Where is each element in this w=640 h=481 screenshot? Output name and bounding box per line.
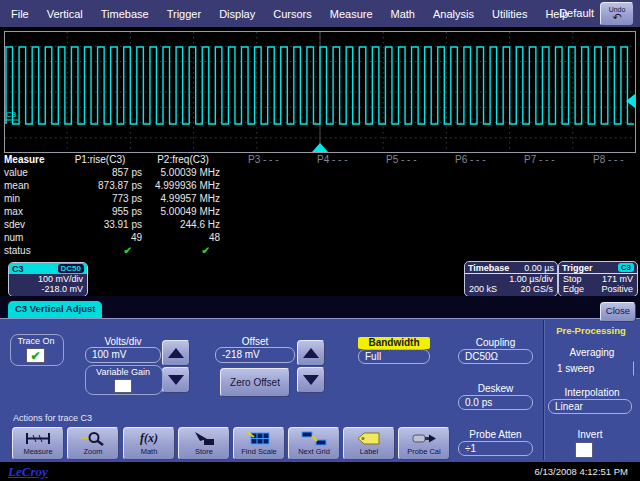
- measure-table-title: Measure: [4, 154, 56, 167]
- waveform-plot: C3: [4, 31, 636, 153]
- measure-col-header-p2[interactable]: P2:freq(C3): [144, 154, 222, 167]
- probe-cal-button[interactable]: Probe Cal: [398, 427, 450, 460]
- measure-row-label-max: max: [4, 206, 56, 219]
- measure-sdev-p5: [360, 219, 429, 232]
- undo-button[interactable]: Undo ↶: [600, 2, 634, 26]
- measure-col-header-p1[interactable]: P1:rise(C3): [56, 154, 144, 167]
- volts-div-increase-button[interactable]: [162, 340, 190, 366]
- menu-item-trigger[interactable]: Trigger: [158, 8, 210, 20]
- measure-col-header-p3[interactable]: P3 - - -: [222, 154, 291, 167]
- next-grid-button[interactable]: Next Grid: [288, 427, 340, 460]
- volts-div-field[interactable]: 100 mV: [85, 347, 161, 363]
- check-icon: ✔: [30, 350, 40, 362]
- trigger-source-badge: C3: [618, 263, 634, 272]
- measure-max-p1: 955 ps: [56, 206, 144, 219]
- measure-value-p3: [222, 167, 291, 180]
- measure-col-header-p4[interactable]: P4 - - -: [291, 154, 360, 167]
- label-button[interactable]: Label: [343, 427, 395, 460]
- trigger-type: Edge: [563, 284, 584, 294]
- interpolation-field[interactable]: Linear: [548, 399, 632, 414]
- preprocessing-title: Pre-Processing: [548, 325, 634, 336]
- measure-min-p7: [498, 193, 567, 206]
- coupling-field[interactable]: DC50Ω: [458, 349, 533, 364]
- find-scale-icon: [246, 431, 272, 446]
- offset-increase-button[interactable]: [297, 340, 325, 366]
- measure-mean-p3: [222, 180, 291, 193]
- measure-min-p4: [291, 193, 360, 206]
- measure-min-p2: 4.99957 MHz: [144, 193, 222, 206]
- menu-item-utilities[interactable]: Utilities: [483, 8, 536, 20]
- measure-row-label-min: min: [4, 193, 56, 206]
- measure-max-p6: [429, 206, 498, 219]
- timebase-title: Timebase: [468, 263, 509, 273]
- menu-item-cursors[interactable]: Cursors: [264, 8, 321, 20]
- interpolation-label: Interpolation: [548, 387, 636, 398]
- timebase-rate: 20 GS/s: [520, 284, 553, 294]
- measure-min-p1: 773 ps: [56, 193, 144, 206]
- measure-mean-p5: [360, 180, 429, 193]
- deskew-label: Deskew: [458, 383, 533, 394]
- measure-col-header-p8[interactable]: P8 - - -: [567, 154, 636, 167]
- store-button[interactable]: Store: [178, 427, 230, 460]
- measure-mean-p7: [498, 180, 567, 193]
- channel-c3-coupling-badge: DC50: [58, 264, 84, 273]
- offset-decrease-button[interactable]: [297, 367, 325, 393]
- menu-item-vertical[interactable]: Vertical: [38, 8, 92, 20]
- tab-c3-vertical-adjust[interactable]: C3 Vertical Adjust: [8, 301, 102, 318]
- measure-row-label-mean: mean: [4, 180, 56, 193]
- measure-min-p8: [567, 193, 636, 206]
- toolbar-button-label: Next Grid: [298, 447, 330, 456]
- find-scale-button[interactable]: Find Scale: [233, 427, 285, 460]
- menu-bar: FileVerticalTimebaseTriggerDisplayCursor…: [0, 0, 640, 27]
- invert-checkbox[interactable]: [575, 442, 593, 458]
- timebase-samples: 200 kS: [469, 284, 497, 294]
- deskew-field[interactable]: 0.0 ps: [458, 395, 533, 410]
- channel-c3-header: C3 DC50: [9, 263, 87, 274]
- measure-col-header-p7[interactable]: P7 - - -: [498, 154, 567, 167]
- measure-num-p3: [222, 232, 291, 245]
- store-icon: [191, 431, 217, 446]
- variable-gain-label: Variable Gain: [85, 367, 161, 377]
- bandwidth-field[interactable]: Full: [358, 349, 430, 364]
- waveform-area[interactable]: C3: [4, 31, 636, 153]
- measure-status-p4: [291, 245, 360, 258]
- measure-status-p6: [429, 245, 498, 258]
- zoom-button[interactable]: Zoom: [67, 427, 119, 460]
- measure-num-p8: [567, 232, 636, 245]
- volts-div-decrease-button[interactable]: [162, 367, 190, 393]
- measure-status-p2: ✔: [144, 245, 222, 258]
- math-icon: f(x): [140, 431, 158, 446]
- timebase-descriptor[interactable]: Timebase 0.00 µs 1.00 µs/div 200 kS 20 G…: [464, 261, 558, 297]
- toolbar-button-label: Zoom: [83, 447, 102, 456]
- trace-on-checkbox[interactable]: ✔: [26, 348, 45, 363]
- averaging-field[interactable]: 1 sweep: [550, 361, 634, 376]
- zero-offset-button[interactable]: Zero Offset: [220, 368, 290, 397]
- footer: LeCroy 6/13/2008 4:12:51 PM: [0, 462, 640, 481]
- measure-col-header-p6[interactable]: P6 - - -: [429, 154, 498, 167]
- probe-atten-field[interactable]: ÷1: [458, 441, 533, 456]
- trigger-level: 171 mV: [602, 274, 633, 284]
- undo-icon: ↶: [612, 12, 621, 23]
- menu-item-timebase[interactable]: Timebase: [92, 8, 158, 20]
- menu-item-measure[interactable]: Measure: [321, 8, 382, 20]
- close-button[interactable]: Close: [600, 302, 636, 322]
- menu-item-display[interactable]: Display: [210, 8, 264, 20]
- menu-item-analysis[interactable]: Analysis: [424, 8, 483, 20]
- measure-button[interactable]: Measure: [12, 427, 64, 460]
- offset-field[interactable]: -218 mV: [215, 347, 295, 363]
- default-setup-button[interactable]: Default: [559, 7, 594, 19]
- measure-value-p2: 5.00039 MHz: [144, 167, 222, 180]
- datetime-stamp: 6/13/2008 4:12:51 PM: [535, 466, 629, 477]
- menu-item-file[interactable]: File: [2, 8, 38, 20]
- math-button[interactable]: f(x)Math: [123, 427, 175, 460]
- menu-item-math[interactable]: Math: [382, 8, 424, 20]
- variable-gain-checkbox[interactable]: [114, 379, 132, 393]
- trigger-descriptor[interactable]: Trigger C3 Stop 171 mV Edge Positive: [558, 261, 638, 297]
- next-grid-icon: [301, 431, 327, 446]
- channel-c3-scale: 100 mV/div: [38, 274, 83, 284]
- measure-col-header-p5[interactable]: P5 - - -: [360, 154, 429, 167]
- measure-status-p1: ✔: [56, 245, 144, 258]
- channel-c3-descriptor[interactable]: C3 DC50 100 mV/div -218.0 mV: [8, 262, 88, 297]
- measure-num-p4: [291, 232, 360, 245]
- measure-value-p8: [567, 167, 636, 180]
